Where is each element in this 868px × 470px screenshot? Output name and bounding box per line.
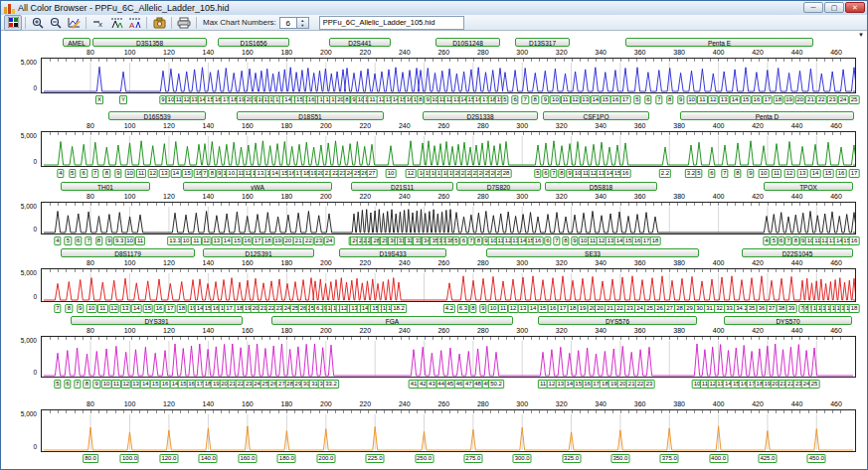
close-button[interactable]: ✕ [845, 2, 865, 13]
minor-tick-ruler [50, 337, 847, 340]
marker-header-vwa[interactable]: vWA [183, 182, 332, 191]
plot-black[interactable] [41, 202, 856, 235]
zoom-in-icon[interactable] [29, 15, 47, 31]
x-axis-tick-label: 300 [516, 49, 528, 56]
y-axis-max-label: 5,000 [1, 203, 37, 210]
marker-header-d21s11[interactable]: D21S11 [351, 182, 453, 191]
marker-header-d2s441[interactable]: D2S441 [329, 38, 391, 47]
marker-header-d16s539[interactable]: D16S539 [108, 111, 206, 120]
x-axis-tick-label: 180 [281, 259, 293, 266]
max-chart-label: Max Chart Numbers: [203, 18, 276, 27]
allele-label: 14 [170, 169, 181, 178]
minor-tick-ruler [50, 269, 847, 272]
zoom-out-icon[interactable] [47, 15, 65, 31]
peak-label-icon[interactable] [107, 15, 125, 31]
allele-label: 200.0 [316, 454, 335, 463]
allele-label: 23 [827, 95, 838, 104]
allele-label: 16 [242, 236, 253, 245]
marker-header-d5s818[interactable]: D5S818 [545, 182, 657, 191]
remove-sizing-icon[interactable]: x [89, 15, 107, 31]
x-axis-tick-label: 200 [320, 122, 332, 129]
x-axis-tick-label: 100 [124, 259, 136, 266]
allele-label: 5 [771, 236, 778, 245]
marker-header-se33[interactable]: SE33 [486, 248, 699, 257]
plot-blue[interactable] [41, 58, 856, 93]
marker-header-dys391[interactable]: DYS391 [71, 316, 243, 325]
allele-label: 10 [87, 304, 97, 313]
allele-label: 13 [719, 95, 730, 104]
x-axis-tick-label: 420 [752, 49, 764, 56]
x-axis-tick-label: 460 [830, 193, 842, 200]
allele-label: 8 [417, 95, 424, 104]
marker-header-d18s51[interactable]: D18S51 [237, 111, 384, 120]
allele-label: 6 [644, 95, 651, 104]
marker-header-fga[interactable]: FGA [271, 316, 513, 325]
marker-header-th01[interactable]: TH01 [61, 182, 150, 191]
x-axis-tick-label: 140 [203, 327, 215, 334]
marker-header-d3s1358[interactable]: D3S1358 [92, 38, 207, 47]
title-bar[interactable]: All Color Browser - PPFu_6C_Allelic_Ladd… [1, 1, 867, 16]
marker-header-d1s1656[interactable]: D1S1656 [218, 38, 289, 47]
marker-header-d2s1338[interactable]: D2S1338 [423, 111, 538, 120]
allele-label-icon[interactable]: A [125, 15, 143, 31]
allele-label: 9 [747, 169, 754, 178]
minimize-button[interactable]: ─ [803, 2, 823, 13]
printer-icon[interactable] [175, 15, 193, 31]
allele-label: 13 [212, 236, 223, 245]
x-axis-tick-label: 220 [359, 193, 371, 200]
x-axis-tick-label: 260 [437, 193, 449, 200]
maximize-button[interactable]: ▢ [824, 2, 844, 13]
marker-header-d10s1248[interactable]: D10S1248 [435, 38, 500, 47]
plot-orange[interactable] [41, 409, 856, 452]
allele-label: 11 [97, 304, 107, 313]
marker-header-d7s820[interactable]: D7S820 [456, 182, 541, 191]
spinner-down-icon[interactable]: ▼ [297, 23, 308, 28]
x-axis-tick-label: 180 [281, 122, 293, 129]
allele-label: 23 [644, 380, 655, 389]
allele-label: 18 [773, 95, 783, 104]
marker-header-d13s317[interactable]: D13S317 [515, 38, 570, 47]
x-axis-tick-label: 300 [516, 327, 528, 334]
x-axis-tick-label: 180 [281, 400, 293, 407]
marker-header-d22s1045[interactable]: D22S1045 [742, 248, 853, 257]
marker-header-tpox[interactable]: TPOX [764, 182, 853, 191]
allele-label: 250.0 [415, 454, 434, 463]
allele-label: 140.0 [199, 454, 218, 463]
max-chart-value[interactable]: 6 [279, 17, 297, 29]
x-axis-tick-label: 440 [791, 193, 803, 200]
allele-label: 8 [562, 236, 569, 245]
marker-header-dys576[interactable]: DYS576 [538, 316, 697, 325]
chart-list-arrow-icon[interactable]: ▼ [858, 32, 864, 38]
marker-header-d12s391[interactable]: D12S391 [203, 248, 314, 257]
x-axis-tick-label: 200 [320, 193, 332, 200]
x-axis-tick-label: 200 [320, 400, 332, 407]
x-axis-tick-label: 240 [399, 49, 411, 56]
allele-label: Y [119, 95, 127, 104]
toolbar-separator [86, 17, 87, 29]
marker-header-penta-d[interactable]: Penta D [680, 111, 854, 120]
marker-header-penta-e[interactable]: Penta E [625, 38, 813, 47]
all-colors-icon[interactable] [4, 15, 22, 31]
chart-area: AMELD3S1358D1S1656D2S441D10S1248D13S317P… [1, 1, 868, 470]
chart-settings-icon[interactable] [65, 15, 83, 31]
plot-red[interactable] [41, 268, 856, 302]
allele-label: 10 [550, 95, 561, 104]
trace-blue [42, 59, 855, 94]
allele-label: 80.0 [83, 454, 98, 463]
x-axis-tick-label: 100 [124, 49, 136, 56]
marker-header-d19s433[interactable]: D19S433 [339, 248, 446, 257]
allele-label: 8 [84, 380, 90, 389]
marker-header-amel[interactable]: AMEL [63, 38, 90, 47]
plot-magenta[interactable] [41, 336, 856, 378]
x-axis-tick-label: 440 [791, 259, 803, 266]
plot-green[interactable] [41, 131, 856, 167]
allele-label: 7 [721, 169, 728, 178]
file-tab[interactable]: PPFu_6C_Allelic_Ladder_105.hid [319, 16, 464, 30]
x-axis-tick-label: 300 [516, 400, 528, 407]
allele-label: 15 [823, 169, 834, 178]
marker-header-dys570[interactable]: DYS570 [724, 316, 852, 325]
camera-icon[interactable] [150, 15, 168, 31]
marker-header-csf1po[interactable]: CSF1PO [543, 111, 649, 120]
allele-label: 8 [734, 169, 741, 178]
marker-header-d8s1179[interactable]: D8S1179 [61, 248, 195, 257]
